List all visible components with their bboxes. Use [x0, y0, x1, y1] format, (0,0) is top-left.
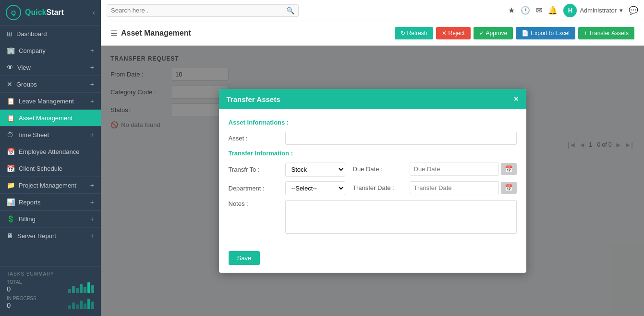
topbar: 🔍 ★ 🕐 ✉ 🔔 H Administrator ▾ 💬	[101, 0, 644, 21]
reports-expand-icon: +	[90, 198, 94, 206]
transfer-date-calendar-button[interactable]: 📅	[501, 182, 517, 194]
page-title: Asset Management	[121, 29, 191, 38]
in-process-bars-chart	[68, 296, 94, 309]
transfer-to-select[interactable]: Stock Department	[285, 163, 345, 177]
topbar-actions: ★ 🕐 ✉ 🔔 H Administrator ▾ 💬	[508, 4, 638, 17]
asset-label: Asset :	[229, 135, 281, 142]
transfer-date-row: Transfer Date : 📅	[353, 181, 517, 194]
sidebar-item-label: Server Report	[17, 232, 56, 240]
billing-icon: 💲	[7, 215, 15, 223]
clock-icon[interactable]: 🕐	[521, 6, 530, 15]
tasks-summary-title: TASKS SUMMARY	[7, 271, 94, 277]
due-date-wrap: 📅	[410, 163, 517, 176]
reject-button[interactable]: ✕ Reject	[436, 27, 471, 39]
transfer-date-label: Transfer Date :	[353, 184, 406, 191]
timesheet-icon: ⏱	[7, 131, 13, 139]
modal-close-button[interactable]: ×	[514, 95, 518, 103]
sidebar-item-groups[interactable]: ✕ Groups +	[0, 76, 101, 93]
approve-icon: ✓	[479, 30, 484, 37]
due-date-input[interactable]	[410, 163, 499, 176]
sidebar-item-project-management[interactable]: 📁 Project Management +	[0, 177, 101, 194]
modal-footer: Save	[219, 246, 526, 273]
refresh-icon: ↻	[401, 30, 405, 37]
sidebar-item-reports[interactable]: 📊 Reports +	[0, 194, 101, 211]
page-content: TRANSFER REQUEST From Date : Category Co…	[101, 46, 644, 316]
total-bars-chart	[68, 279, 94, 293]
transfer-to-label: Transfr To :	[229, 166, 281, 173]
notes-textarea[interactable]	[285, 200, 517, 234]
user-avatar: H	[563, 4, 577, 17]
chat-icon[interactable]: 💬	[629, 6, 638, 15]
tasks-summary: TASKS SUMMARY TOTAL 0 IN PROCESS 0	[0, 266, 101, 316]
user-dropdown-icon: ▾	[620, 7, 623, 14]
transfer-date-wrap: 📅	[410, 181, 517, 194]
approve-button[interactable]: ✓ Approve	[474, 27, 513, 39]
sidebar-item-label: Project Management	[19, 182, 76, 189]
asset-row: Asset :	[229, 132, 517, 145]
star-icon[interactable]: ★	[508, 6, 515, 15]
groups-expand-icon: +	[90, 80, 94, 88]
sidebar-item-label: Company	[19, 47, 46, 54]
department-select[interactable]: --Select--	[285, 181, 345, 195]
sidebar-item-client-schedule[interactable]: 📆 Client Schedule	[0, 160, 101, 177]
in-process-label: IN PROCESS	[7, 296, 36, 301]
sidebar-item-label: Asset Management	[19, 114, 73, 122]
leave-icon: 📋	[7, 97, 15, 105]
modal-title: Transfer Assets	[227, 95, 280, 103]
due-date-row: Due Date : 📅	[353, 163, 517, 176]
sidebar-item-employee-attendance[interactable]: 📅 Employee Attendance	[0, 143, 101, 160]
transfer-date-input[interactable]	[410, 181, 499, 194]
sidebar-nav: ⊞ Dashboard 🏢 Company + 👁 View + ✕ Group…	[0, 25, 101, 266]
header-actions: ↻ Refresh ✕ Reject ✓ Approve 📄 Export to…	[395, 27, 635, 39]
billing-expand-icon: +	[90, 215, 94, 223]
reject-icon: ✕	[442, 30, 447, 37]
bell-icon[interactable]: 🔔	[548, 6, 558, 15]
transfer-info-title: Transfer Information :	[229, 150, 517, 157]
sidebar-item-leave-management[interactable]: 📋 Leave Management +	[0, 93, 101, 110]
reports-icon: 📊	[7, 198, 15, 206]
transfer-assets-button[interactable]: + Transfer Assets	[578, 27, 634, 39]
due-date-calendar-button[interactable]: 📅	[501, 163, 517, 175]
modal-overlay: Transfer Assets × Asset Informations : A…	[101, 46, 644, 316]
department-row: Department : --Select--	[229, 181, 345, 195]
sidebar-item-label: Billing	[19, 215, 36, 223]
logo-text: QuickStart	[25, 8, 64, 17]
department-label: Department :	[229, 185, 281, 192]
transfer-to-row: Transfr To : Stock Department	[229, 163, 345, 177]
groups-icon: ✕	[7, 80, 12, 88]
server-expand-icon: +	[90, 232, 94, 240]
sidebar-item-label: View	[17, 64, 31, 71]
company-icon: 🏢	[7, 47, 15, 54]
sidebar-item-label: Leave Management	[19, 98, 74, 105]
department-col: Department : --Select--	[229, 181, 345, 200]
sidebar-item-asset-management[interactable]: 📋 Asset Management	[0, 110, 101, 126]
search-input[interactable]	[111, 7, 286, 14]
user-menu[interactable]: H Administrator ▾	[563, 4, 623, 17]
sidebar-item-server-report[interactable]: 🖥 Server Report +	[0, 228, 101, 244]
search-bar[interactable]: 🔍	[107, 4, 299, 17]
sidebar-item-time-sheet[interactable]: ⏱ Time Sheet +	[0, 126, 101, 143]
sidebar-item-dashboard[interactable]: ⊞ Dashboard	[0, 25, 101, 42]
dashboard-icon: ⊞	[7, 30, 12, 38]
mail-icon[interactable]: ✉	[536, 6, 542, 15]
export-icon: 📄	[522, 30, 529, 37]
asset-info-title: Asset Informations :	[229, 119, 517, 126]
sidebar-item-view[interactable]: 👁 View +	[0, 59, 101, 76]
logo-icon: Q	[6, 5, 21, 20]
sidebar-item-billing[interactable]: 💲 Billing +	[0, 211, 101, 228]
sidebar-item-label: Time Sheet	[17, 131, 49, 139]
sidebar-item-company[interactable]: 🏢 Company +	[0, 42, 101, 59]
refresh-button[interactable]: ↻ Refresh	[395, 27, 433, 39]
export-excel-button[interactable]: 📄 Export to Excel	[516, 27, 575, 39]
project-expand-icon: +	[90, 181, 94, 189]
sidebar-item-label: Employee Attendance	[19, 148, 79, 155]
user-name: Administrator	[580, 7, 617, 14]
save-button[interactable]: Save	[229, 251, 260, 265]
modal-header: Transfer Assets ×	[219, 89, 526, 109]
project-icon: 📁	[7, 181, 15, 189]
asset-input[interactable]	[285, 132, 517, 145]
due-date-label: Due Date :	[353, 165, 406, 173]
view-expand-icon: +	[90, 63, 94, 71]
notes-label: Notes :	[229, 200, 281, 207]
sidebar-collapse-button[interactable]: ‹	[93, 9, 95, 16]
